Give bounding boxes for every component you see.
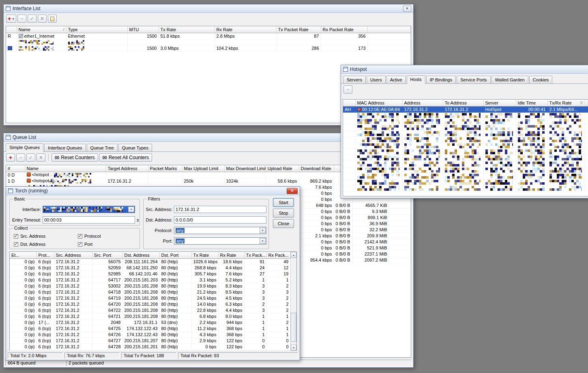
chevron-down-icon[interactable]: ▼ bbox=[128, 207, 134, 212]
column-header-tx-rate[interactable]: Tx Rate bbox=[159, 26, 215, 33]
port-select[interactable]: any ▼ bbox=[174, 237, 266, 245]
torch-row[interactable]: 0 (ip)6 (tcp)172.16.31.25205968.142.101.… bbox=[10, 264, 290, 271]
torch-row[interactable]: 0 (ip)6 (tcp)172.16.31.264725174.132.122… bbox=[10, 325, 290, 331]
hotspot-tab-servers[interactable]: Servers bbox=[343, 76, 366, 83]
interface-row[interactable] bbox=[6, 39, 411, 45]
scroll-up-icon[interactable]: ▲ bbox=[291, 252, 296, 258]
hotspot-row-redacted[interactable] bbox=[343, 136, 588, 143]
vertical-scrollbar[interactable]: ▲ ▼ bbox=[290, 252, 296, 351]
interface-select[interactable]: ▼ bbox=[43, 206, 135, 213]
column-header-server[interactable]: Server bbox=[483, 100, 516, 106]
comment-button[interactable] bbox=[48, 15, 57, 23]
column-header-src-port[interactable]: Src. Port bbox=[92, 252, 122, 258]
hotspot-row-redacted[interactable] bbox=[343, 118, 588, 124]
column-header-target-address[interactable]: Target Address bbox=[106, 165, 148, 172]
column-header-rx-rate[interactable]: Rx Rate bbox=[215, 26, 276, 33]
scroll-thumb[interactable] bbox=[291, 313, 296, 342]
hotspot-row-redacted[interactable] bbox=[343, 112, 588, 118]
column-header-src-address[interactable]: Src. Address bbox=[54, 252, 92, 258]
torch-row[interactable]: 0 (ip)6 (tcp)172.16.31.264719200.215.181… bbox=[10, 295, 290, 301]
column-header-upload-rate[interactable]: Upload Rate bbox=[266, 165, 299, 172]
hotspot-row-redacted[interactable] bbox=[343, 130, 588, 136]
column-header-tx-rx-rate[interactable]: Tx/Rx Rate▽ bbox=[547, 100, 585, 106]
checkbox-icon[interactable] bbox=[14, 242, 18, 247]
column-header-dst-address[interactable]: Dst. Address bbox=[122, 252, 159, 258]
torch-row[interactable]: 0 (ip)6 (tcp)172.16.31.25298568.142.101.… bbox=[10, 271, 290, 277]
protocol-select[interactable]: any ▼ bbox=[174, 227, 266, 234]
hotspot-row-redacted[interactable] bbox=[343, 161, 588, 167]
column-header-mac-address[interactable]: MAC Address bbox=[355, 100, 402, 106]
chevron-down-icon[interactable]: ▼ bbox=[260, 228, 266, 233]
hotspot-tab-ip-bindings[interactable]: IP Bindings bbox=[426, 76, 456, 83]
column-header-dst-port[interactable]: Dst. Port bbox=[159, 252, 191, 258]
torch-row[interactable]: 0 (ip)6 (tcp)172.16.31.264720200.215.181… bbox=[10, 301, 290, 307]
torch-row[interactable]: 0 (ip)6 (tcp)172.16.31.256075208.111.161… bbox=[10, 258, 290, 264]
column-header-flags[interactable] bbox=[343, 100, 355, 106]
interface-row[interactable]: 15003.0 Mbps104.2 kbps286173 bbox=[6, 45, 411, 51]
queue-tab-queue-tree[interactable]: Queue Tree bbox=[87, 144, 118, 151]
torch-row[interactable]: 0 (ip)6 (tcp)172.16.31.264726174.132.122… bbox=[10, 331, 290, 337]
torch-row[interactable]: 0 (ip)6 (tcp)172.16.31.264728200.215.181… bbox=[10, 343, 290, 350]
dst-address-input[interactable] bbox=[174, 216, 266, 224]
column-header-to-address[interactable]: To Address bbox=[443, 100, 483, 106]
enable-button[interactable]: ✓ bbox=[28, 15, 36, 23]
hotspot-row-redacted[interactable] bbox=[343, 155, 588, 161]
collect-option-src-address[interactable]: Src. Address bbox=[14, 232, 78, 240]
hotspot-row-redacted[interactable] bbox=[343, 143, 588, 149]
column-header-tx-rate[interactable]: Tx Rate bbox=[191, 252, 218, 258]
hotspot-tab-users[interactable]: Users bbox=[367, 76, 386, 83]
add-button[interactable]: +▼ bbox=[6, 15, 16, 23]
checkbox-icon[interactable] bbox=[14, 234, 18, 239]
hotspot-row-redacted[interactable] bbox=[343, 179, 588, 185]
reset-all-counters-button[interactable]: 00Reset All Counters bbox=[99, 153, 152, 162]
hotspot-row-redacted[interactable] bbox=[343, 173, 588, 179]
stop-button[interactable]: Stop bbox=[273, 209, 294, 217]
hotspot-tab-hosts[interactable]: Hosts bbox=[407, 75, 425, 84]
torch-row[interactable]: 0 (ip)6 (tcp)172.16.31.264721200.215.181… bbox=[10, 313, 290, 319]
column-header-download-rate[interactable]: Download Rate bbox=[299, 165, 334, 172]
column-header-name[interactable]: Name/ bbox=[17, 26, 66, 33]
column-header-et[interactable]: Et... bbox=[10, 252, 36, 258]
hotspot-row-redacted[interactable] bbox=[343, 185, 588, 191]
queue-tab-queue-types[interactable]: Queue Types bbox=[118, 144, 152, 151]
close-button[interactable]: Close bbox=[273, 219, 294, 228]
column-header-type[interactable]: Type bbox=[66, 26, 127, 33]
column-header-packet-marks[interactable]: Packet Marks bbox=[148, 165, 182, 172]
hotspot-tab-service-ports[interactable]: Service Ports bbox=[457, 76, 490, 83]
checkbox-icon[interactable] bbox=[78, 242, 82, 247]
hotspot-row-redacted[interactable] bbox=[343, 124, 588, 130]
column-header-flags[interactable] bbox=[6, 26, 17, 33]
collect-option-port[interactable]: Port bbox=[78, 240, 135, 248]
queue-tab-simple-queues[interactable]: Simple Queues bbox=[6, 143, 43, 152]
torch-row[interactable]: 0 (ip)6 (tcp)172.16.31.264718200.215.181… bbox=[10, 289, 290, 295]
remove-button[interactable]: − bbox=[343, 85, 352, 94]
hotspot-tab-walled-garden[interactable]: Walled Garden bbox=[491, 76, 528, 83]
column-header-address[interactable]: Address bbox=[402, 100, 443, 106]
interface-list-titlebar[interactable]: Interface List ✕ bbox=[4, 4, 413, 13]
hotspot-tab-active[interactable]: Active bbox=[386, 76, 406, 83]
torch-row[interactable]: 0 (ip)6 (tcp)172.16.31.253002200.215.181… bbox=[10, 283, 290, 289]
checkbox-icon[interactable] bbox=[78, 234, 82, 239]
torch-row[interactable]: 0 (ip)6 (tcp)172.16.31.264722200.215.181… bbox=[10, 307, 290, 313]
add-button[interactable]: + bbox=[6, 153, 15, 162]
disable-button[interactable]: ✕ bbox=[36, 153, 45, 162]
hotspot-row-selected[interactable]: AH00:12:0E:AE:0A:84172.16.31.2172.16.31.… bbox=[343, 106, 588, 112]
column-header-protocol[interactable]: Prot... bbox=[36, 252, 54, 258]
hotspot-titlebar[interactable]: Hotspot bbox=[341, 65, 588, 74]
entry-timeout-input[interactable] bbox=[43, 216, 135, 224]
column-header-max-upload-limit[interactable]: Max Upload Limit bbox=[182, 165, 224, 172]
close-icon[interactable]: ✕ bbox=[403, 6, 411, 12]
column-header-max-download-limit[interactable]: Max Download Limit bbox=[224, 165, 266, 172]
queue-tab-interface-queues[interactable]: Interface Queues bbox=[44, 144, 86, 151]
collect-option-dst-address[interactable]: Dst. Address bbox=[14, 240, 78, 248]
src-address-input[interactable] bbox=[174, 206, 266, 213]
column-header-mtu[interactable]: MTU bbox=[127, 26, 159, 33]
column-header-tx-packets[interactable]: Tx Pack... bbox=[244, 252, 266, 258]
collect-option-protocol[interactable]: Protocol bbox=[78, 232, 135, 240]
hotspot-row-redacted[interactable] bbox=[343, 167, 588, 173]
column-header-number[interactable]: # bbox=[6, 165, 25, 172]
column-header-rx-packets[interactable]: Rx Pack... bbox=[266, 252, 290, 258]
remove-button[interactable]: − bbox=[16, 153, 25, 162]
column-header-rx-rate[interactable]: Rx Rate bbox=[218, 252, 244, 258]
scroll-down-icon[interactable]: ▼ bbox=[291, 345, 296, 351]
